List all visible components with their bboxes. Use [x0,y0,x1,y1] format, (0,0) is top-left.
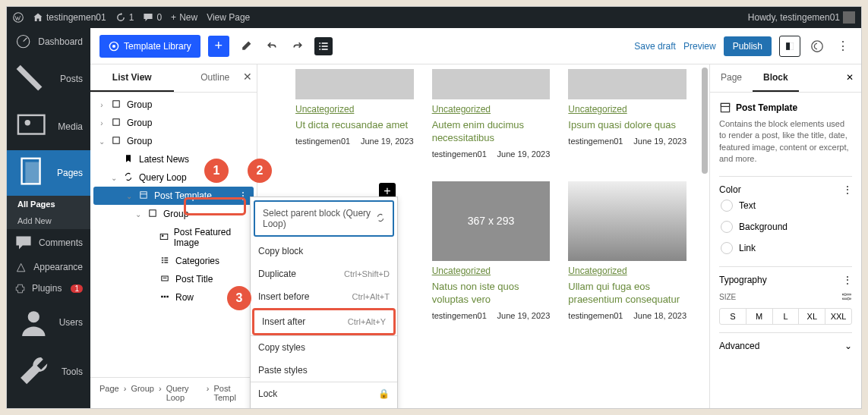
post-title[interactable]: Natus non iste quos voluptas vero [432,281,551,307]
color-background[interactable]: Background [719,216,852,237]
options-icon[interactable]: ⋮ [834,37,852,55]
gutentor-icon[interactable] [808,37,826,55]
size-m[interactable]: M [746,309,773,324]
tree-item[interactable]: ›Group [90,114,257,132]
select-parent-button[interactable]: Select parent block (Query Loop) [254,200,394,237]
post-category-link[interactable]: Uncategorized [295,104,414,115]
updates-count[interactable]: 1 [115,12,134,23]
undo-icon[interactable] [263,37,281,55]
size-settings-icon[interactable] [841,291,852,303]
add-block-button[interactable]: + [208,36,229,57]
sidebar-item-dashboard[interactable]: Dashboard [7,28,90,55]
dropdown-item[interactable]: Lock🔒 [251,382,397,405]
tree-toggle-icon[interactable]: › [96,119,107,127]
tree-item[interactable]: ⌄Group [90,132,257,150]
tab-page[interactable]: Page [710,64,753,92]
listview-close-icon[interactable]: ✕ [243,71,252,83]
dropdown-item[interactable]: Copy block [251,240,397,263]
wp-logo[interactable] [13,12,24,23]
post-category-link[interactable]: Uncategorized [432,266,551,276]
post-title[interactable]: Ullam qui fuga eos praesentium consequat… [568,281,687,307]
view-page-link[interactable]: View Page [207,12,250,23]
post-featured-image[interactable] [295,69,414,99]
sidebar-item-appearance[interactable]: Appearance [7,256,90,278]
howdy-user[interactable]: Howdy, testingemen01 [748,11,855,24]
sidebar-item-settings[interactable]: Settings [7,397,90,409]
post-card[interactable]: Uncategorized Ullam qui fuga eos praesen… [568,181,687,320]
breadcrumb-item[interactable]: Query Loop [166,384,202,402]
post-title[interactable]: Ipsum quasi dolore quas [568,119,687,132]
post-category-link[interactable]: Uncategorized [568,266,687,276]
new-content[interactable]: + New [171,12,197,23]
sidebar-item-plugins[interactable]: Plugins1 [7,278,90,299]
tree-toggle-icon[interactable]: › [96,101,107,109]
breadcrumb-item[interactable]: Group [131,384,154,402]
inspector-close-icon[interactable]: ✕ [838,64,861,92]
dropdown-item[interactable]: Insert afterCtrl+Alt+Y [252,308,396,335]
post-card[interactable]: 367 x 293 Uncategorized Natus non iste q… [432,181,551,320]
breadcrumb-item[interactable]: Page [99,384,119,402]
size-l[interactable]: L [773,309,800,324]
post-featured-image[interactable] [568,181,687,261]
tab-listview[interactable]: List View [90,64,174,92]
tree-toggle-icon[interactable]: ⌄ [124,192,134,200]
tree-toggle-icon[interactable]: ⌄ [133,210,144,219]
breadcrumb-item[interactable]: Post Templ [213,384,248,402]
tree-item[interactable]: ›Group [90,96,257,114]
post-category-link[interactable]: Uncategorized [568,104,687,115]
edit-icon[interactable] [237,37,255,55]
size-s[interactable]: S [720,309,746,324]
post-card[interactable]: Uncategorized Ipsum quasi dolore quas te… [568,69,687,159]
preview-link[interactable]: Preview [683,41,716,52]
tab-block[interactable]: Block [753,64,799,92]
tree-options-icon[interactable]: ⋮ [238,190,249,201]
comments-count[interactable]: 0 [143,12,162,23]
canvas-scrollbar[interactable] [702,64,708,408]
tree-item[interactable]: ⌄Query Loop [90,168,257,187]
dropdown-item[interactable]: Copy styles [251,336,397,359]
post-featured-image[interactable] [432,69,551,99]
advanced-label[interactable]: Advanced [719,341,759,351]
post-category-link[interactable]: Uncategorized [432,104,551,115]
publish-button[interactable]: Publish [724,36,772,56]
post-card[interactable]: Uncategorized Autem enim ducimus necessi… [432,69,551,159]
typography-options-icon[interactable]: ⋮ [843,275,852,285]
color-options-icon[interactable]: ⋮ [843,184,852,195]
tree-item[interactable]: Post Featured Image [90,223,257,252]
sidebar-item-pages[interactable]: Pages [7,150,90,196]
redo-icon[interactable] [289,37,307,55]
site-name[interactable]: testingemen01 [33,12,106,23]
tree-item[interactable]: ⌄Group [90,205,257,223]
save-draft-link[interactable]: Save draft [634,41,676,52]
color-text[interactable]: Text [719,195,852,216]
listview-toggle-icon[interactable] [314,37,333,55]
color-link[interactable]: Link [719,237,852,259]
chevron-down-icon[interactable]: ⌄ [844,341,852,351]
dropdown-item[interactable]: Insert beforeCtrl+Alt+T [251,285,397,308]
dropdown-item[interactable]: Export Block↗ [251,405,397,409]
post-title[interactable]: Autem enim ducimus necessitatibus [432,119,551,145]
sidebar-sub-add-new[interactable]: Add New [7,212,90,229]
sidebar-item-posts[interactable]: Posts [7,55,90,103]
sidebar-item-users[interactable]: Users [7,299,90,347]
size-xl[interactable]: XL [799,309,825,324]
sidebar-item-comments[interactable]: Comments [7,229,90,256]
sidebar-item-tools[interactable]: Tools [7,347,90,397]
size-xxl[interactable]: XXL [825,309,851,324]
template-library-button[interactable]: Template Library [99,35,200,58]
dropdown-item[interactable]: DuplicateCtrl+Shift+D [251,263,397,285]
sidebar-sub-all-pages[interactable]: All Pages [7,196,90,212]
post-featured-image[interactable]: 367 x 293 [432,181,551,261]
tree-toggle-icon[interactable]: ⌄ [96,137,107,146]
post-featured-image[interactable] [568,69,687,99]
tree-item[interactable]: ⌄Post Template⋮ [93,187,254,205]
tree-item[interactable]: Post Title [90,270,257,288]
tree-item[interactable]: Latest News [90,150,257,168]
post-card[interactable]: Uncategorized Ut dicta recusandae amet t… [295,69,414,159]
sidebar-item-media[interactable]: Media [7,103,90,149]
post-title[interactable]: Ut dicta recusandae amet [295,119,414,132]
tree-item[interactable]: Categories [90,252,257,270]
responsive-toggle[interactable] [779,36,800,57]
tree-toggle-icon[interactable]: ⌄ [109,174,119,182]
dropdown-item[interactable]: Paste styles [251,359,397,382]
